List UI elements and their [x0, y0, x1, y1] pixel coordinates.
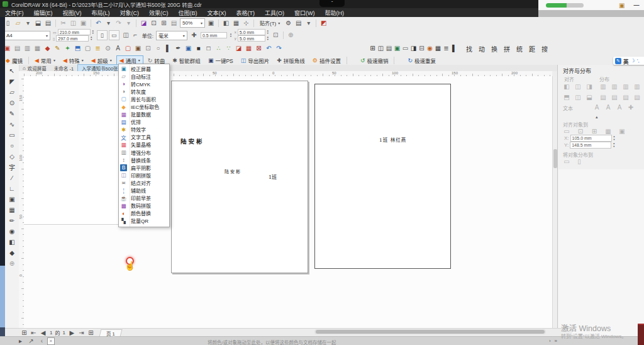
y-position-field[interactable]: 148.5 mm	[570, 142, 611, 149]
align-to-page-edge-icon[interactable]: ⊡	[577, 127, 584, 135]
menu-工具(O)[interactable]: 工具(O)	[260, 9, 289, 17]
menu-表格(T)[interactable]: 表格(T)	[231, 9, 260, 17]
plugin-btn-move[interactable]: 动	[477, 44, 487, 54]
duplicate-y-field[interactable]: 5.0 mm	[238, 35, 265, 42]
plugin-icon-cube[interactable]: ⬒	[74, 45, 82, 53]
plugin-icon-r4[interactable]: ▣	[393, 45, 401, 53]
distribute-to-selection-icon[interactable]: ▭	[563, 157, 570, 165]
document-page[interactable]: 陆安彬 陆安彬 1班	[171, 81, 308, 273]
freehand-tool[interactable]: ✎	[8, 110, 16, 118]
plugin-btn-stats[interactable]: 统	[514, 44, 525, 54]
menu-item-batch-qr[interactable]: ▚批量QR	[119, 217, 169, 225]
plugin-btn-search[interactable]: 搜	[540, 44, 550, 54]
plugin-btn-zhineng-qunzu[interactable]: ✱智能群组	[169, 55, 204, 65]
plugin-btn-find[interactable]: 找	[464, 44, 474, 54]
distribute-center-h-icon[interactable]: ▥	[611, 82, 618, 90]
view-guides-icon[interactable]: ⊹	[242, 19, 250, 27]
status-right-arrow[interactable]: ›	[549, 338, 551, 344]
plugin-icon-r3[interactable]: ▤	[385, 45, 393, 53]
plugin-icon-red-frame[interactable]: ▢	[124, 45, 132, 53]
undo-caret[interactable]: ▾	[104, 19, 113, 27]
menu-item-optimize-arrange[interactable]: ▤优排	[119, 118, 169, 126]
plugin-icon-table-1[interactable]: ▤	[13, 45, 21, 53]
menu-item-effect-text[interactable]: ✱特效字	[119, 126, 169, 133]
menu-视图(V)[interactable]: 视图(V)	[58, 9, 87, 17]
plugin-icon-table-2[interactable]: ▥	[23, 45, 31, 53]
text-baseline-first-icon[interactable]: A	[593, 103, 601, 111]
dup-y-spinner[interactable]: ▲▼	[267, 36, 269, 42]
plugin-icon-r8[interactable]: ◉	[426, 45, 434, 53]
all-pages-icon[interactable]: ◫	[122, 31, 130, 40]
open-caret[interactable]: ▾	[24, 19, 32, 27]
height-spinner[interactable]: ▲▼	[90, 36, 92, 42]
menu-item-digital-imposition[interactable]: ▩数码拼版	[119, 202, 169, 210]
plugin-icon-colorbars[interactable]: ≣	[94, 45, 102, 53]
interactive-fill-tool[interactable]: ◆	[8, 249, 16, 257]
align-center-v-icon[interactable]: ◫	[574, 93, 582, 101]
align-to-page-center-icon[interactable]: ⊞	[591, 127, 598, 135]
horizontal-scrollbar-thumb[interactable]	[316, 330, 545, 334]
page-text-name-large[interactable]: 陆安彬	[180, 137, 204, 145]
text-baseline-last-icon[interactable]: A	[604, 103, 612, 111]
menu-item-enhance-distribute[interactable]: ▥增强分布	[119, 149, 169, 156]
text-add-icon[interactable]: ✚	[627, 103, 635, 111]
plugin-icon-r2[interactable]: ◫	[377, 45, 385, 53]
plugin-btn-swap[interactable]: 换	[489, 44, 499, 54]
open-folder-icon[interactable]: ▱	[14, 19, 22, 27]
menu-窗口(W)[interactable]: 窗口(W)	[289, 9, 320, 17]
window-panel-icon[interactable]: ▤	[294, 19, 303, 27]
drop-shadow-tool[interactable]: ▣	[8, 195, 16, 203]
menu-item-print-imposition[interactable]: ◫印刷拼版	[119, 171, 169, 179]
plugin-icon-r5[interactable]: ▭	[401, 45, 409, 53]
publish-pdf-icon[interactable]: ▤	[170, 19, 178, 27]
plugin-icon-pen-route[interactable]: ✒	[174, 45, 182, 53]
plugin-icon-grid-x[interactable]: ⊠	[255, 45, 263, 53]
landscape-button[interactable]: ▭	[109, 30, 119, 40]
recorder-window-icon[interactable]: ▣	[619, 2, 625, 9]
quick-redo-icon[interactable]: ↷	[275, 45, 283, 53]
eyedropper-tool[interactable]: ✏	[8, 217, 16, 225]
width-spinner[interactable]: ▲▼	[92, 30, 94, 35]
status-collapse-icon[interactable]: ‹	[38, 337, 46, 345]
ellipse-tool[interactable]: ○	[8, 142, 16, 150]
paste-icon[interactable]: ▣	[79, 19, 87, 27]
menu-item-replace-lines[interactable]: ↕替换线条	[119, 156, 169, 164]
menu-item-node-align[interactable]: ≍结点对齐	[119, 179, 169, 186]
plugin-tab-changyong[interactable]: ◀常用▾	[31, 55, 58, 65]
plugin-icon-pencil[interactable]: ✎	[53, 45, 62, 53]
menu-帮助(H)[interactable]: 帮助(H)	[320, 9, 350, 17]
view-grid-icon[interactable]: ▦	[232, 19, 240, 27]
menu-item-flat-shadow[interactable]: B扁平阴影	[119, 164, 169, 171]
page-text-name-small[interactable]: 陆安彬	[225, 168, 242, 174]
ime-toolbar[interactable]: ✎ 英 ☽ ’,	[613, 57, 644, 65]
plugin-btn-jisu-chongfu[interactable]: ↻极速重复	[404, 55, 439, 65]
cut-icon[interactable]: ✂	[59, 19, 67, 27]
plugin-icon-r11[interactable]: ▌	[450, 45, 458, 53]
menu-item-batch-data[interactable]: ▦批量数据	[119, 111, 169, 118]
redo-caret[interactable]: ▾	[125, 19, 133, 27]
align-top-icon[interactable]: ⬒	[563, 93, 570, 101]
nudge-field[interactable]: 0.5 mm	[201, 32, 227, 38]
x-position-field[interactable]: 105.0 mm	[570, 135, 612, 142]
x-spinner[interactable]: ▲▼	[613, 135, 616, 141]
plugin-icon-unlock[interactable]: □	[204, 45, 213, 53]
distribute-right-icon[interactable]: ▥	[633, 82, 641, 90]
plugin-icon-red-grid[interactable]: ▦	[245, 45, 253, 53]
menu-item-color-replace[interactable]: ◐颜色替换	[119, 210, 169, 217]
export-down-icon[interactable]: ⊡	[150, 19, 158, 27]
duplicate-x-field[interactable]: 5.0 mm	[238, 29, 265, 35]
treat-as-filled-icon[interactable]: ⊡	[272, 31, 280, 40]
plugin-icon-frame[interactable]: ▢	[84, 45, 92, 53]
units-combobox[interactable]: 毫米▾	[156, 31, 187, 40]
menu-位图(B)[interactable]: 位图(B)	[174, 9, 203, 17]
plugin-icon-zoom-object[interactable]: ⊙	[104, 45, 112, 53]
ime-moon-icon[interactable]: ☽	[631, 58, 635, 64]
plugin-icon-brush[interactable]: ◆	[43, 45, 52, 53]
undo-icon[interactable]: ↶	[94, 19, 103, 27]
dimension-tool[interactable]: ∕	[8, 174, 16, 182]
plugin-btn-yijian-ps[interactable]: ▣一键PS	[205, 55, 236, 65]
menu-布局(L)[interactable]: 布局(L)	[87, 9, 115, 17]
menu-文件(F)[interactable]: 文件(F)	[0, 9, 29, 17]
page-width-field[interactable]: 210.0 mm	[58, 29, 91, 35]
distribute-spacing-h-icon[interactable]: ▥	[622, 82, 630, 90]
